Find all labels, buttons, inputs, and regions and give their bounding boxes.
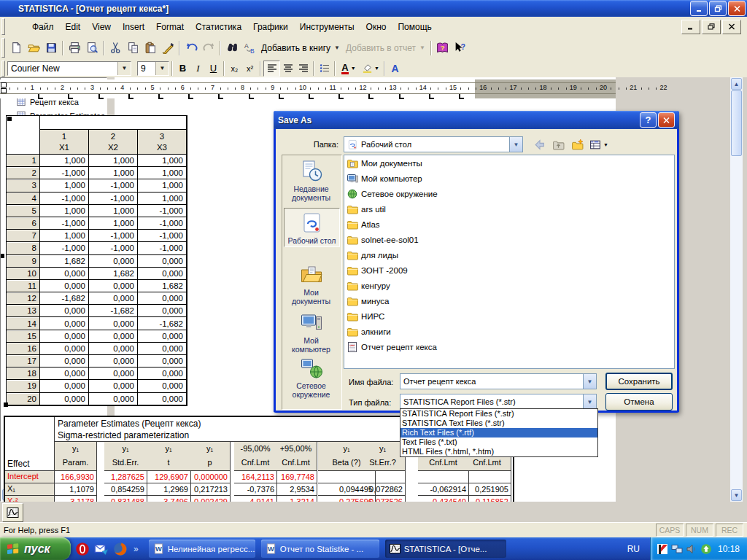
bold-button[interactable]: B xyxy=(175,61,190,76)
results-value-cell[interactable]: -0,7376 xyxy=(234,483,277,496)
taskbar-task[interactable]: WНелинейная регресс... xyxy=(149,540,255,558)
row-number-cell[interactable]: 2 xyxy=(7,167,40,179)
row-number-cell[interactable]: 15 xyxy=(7,330,40,343)
save-button[interactable]: Сохранить xyxy=(605,373,673,390)
filetype-option[interactable]: STATISTICA Text Files (*.str) xyxy=(400,419,597,428)
row-number-cell[interactable]: 20 xyxy=(7,393,40,405)
data-cell[interactable]: 0,000 xyxy=(40,393,89,405)
new-button[interactable] xyxy=(7,39,25,57)
data-cell[interactable]: 0,000 xyxy=(89,343,138,355)
data-cell[interactable]: 0,000 xyxy=(138,268,187,280)
data-cell[interactable]: -1,000 xyxy=(89,179,138,192)
taskbar-task[interactable]: STATISTICA - [Отче... xyxy=(385,540,506,558)
data-cell[interactable]: 0,000 xyxy=(89,330,138,343)
effect-label-cell[interactable]: X₁² xyxy=(5,496,55,502)
scrollbar-thumb[interactable] xyxy=(731,90,742,156)
file-list[interactable]: Мои документыМой компьютерСетевое окруже… xyxy=(344,155,675,369)
new-folder-button[interactable] xyxy=(569,136,585,152)
tab-stop-marker[interactable] xyxy=(368,94,374,99)
file-list-item[interactable]: ЗОНТ -2009 xyxy=(344,262,674,278)
scroll-down-icon[interactable]: ▼ xyxy=(731,489,742,501)
chevron-down-icon[interactable]: ▼ xyxy=(117,62,131,75)
results-value-cell[interactable]: 4,9141 xyxy=(234,496,277,502)
restore-button[interactable] xyxy=(709,1,727,16)
document-vertical-scrollbar[interactable]: ▲ ▼ xyxy=(730,77,743,502)
print-preview-button[interactable] xyxy=(83,39,101,57)
data-cell[interactable]: 0,000 xyxy=(138,393,187,405)
data-cell[interactable]: 0,000 xyxy=(89,255,138,268)
menu-item-format[interactable]: Format xyxy=(150,20,190,34)
font-size-combo[interactable]: 9 ▼ xyxy=(137,61,169,76)
data-cell[interactable]: 0,000 xyxy=(89,292,138,305)
save-button[interactable] xyxy=(42,39,60,57)
column-header[interactable]: 1X1 xyxy=(40,130,89,155)
filetype-option[interactable]: Rich Text Files (*.rtf) xyxy=(400,428,597,438)
character-style-button[interactable]: A xyxy=(387,61,403,76)
data-cell[interactable]: 0,000 xyxy=(40,380,89,392)
data-cell[interactable]: 0,000 xyxy=(89,380,138,392)
results-value-cell[interactable]: 3,1178 xyxy=(55,496,97,502)
tab-stop-marker[interactable] xyxy=(188,94,193,99)
file-list-item[interactable]: Мои документы xyxy=(344,155,674,171)
opera-icon[interactable] xyxy=(75,542,90,556)
filename-combo[interactable]: Отчет рецепт кекса ▼ xyxy=(400,373,597,389)
filetype-combo[interactable]: STATISTICA Report Files (*.str) ▼ xyxy=(400,394,597,410)
row-number-cell[interactable]: 6 xyxy=(7,217,40,230)
start-button[interactable]: пуск xyxy=(0,537,71,560)
data-cell[interactable]: 0,000 xyxy=(89,280,138,292)
filetype-option[interactable]: HTML Files (*.html, *.htm) xyxy=(400,447,597,456)
file-list-item[interactable]: минуса xyxy=(344,293,674,308)
cut-button[interactable] xyxy=(107,39,124,57)
results-value-cell[interactable] xyxy=(463,471,511,483)
menu-item-статистика[interactable]: Статистика xyxy=(190,20,247,34)
data-cell[interactable]: 0,000 xyxy=(138,255,187,268)
kaspersky-icon[interactable] xyxy=(657,543,668,555)
data-cell[interactable]: 0,000 xyxy=(138,343,187,355)
align-right-button[interactable] xyxy=(295,61,311,76)
data-cell[interactable]: 1,000 xyxy=(40,179,89,192)
data-cell[interactable]: 1,000 xyxy=(89,217,138,230)
menu-item-insert[interactable]: Insert xyxy=(117,20,150,34)
results-value-cell[interactable]: 1,1079 xyxy=(55,483,97,496)
data-cell[interactable]: 1,000 xyxy=(138,167,187,179)
undo-button[interactable] xyxy=(182,39,200,57)
file-list-item[interactable]: solnet-ee-sol01 xyxy=(344,232,674,247)
chevron-down-icon[interactable]: ▼ xyxy=(155,62,169,75)
quick-launch-chevron[interactable]: » xyxy=(133,544,139,554)
results-value-cell[interactable]: 0,002429 xyxy=(190,496,231,502)
menu-item-инструменты[interactable]: Инструменты xyxy=(294,20,360,34)
file-list-item[interactable]: Сетевое окружение xyxy=(344,186,674,201)
results-value-cell[interactable]: 0,434540 xyxy=(418,496,469,502)
menu-item-view[interactable]: View xyxy=(86,20,117,34)
taskbar-task[interactable]: WОтчет по Statistke - ... xyxy=(261,540,379,558)
results-value-cell[interactable]: 164,2113 xyxy=(234,471,277,483)
file-list-item[interactable]: Atlas xyxy=(344,217,674,232)
data-cell[interactable]: 1,000 xyxy=(40,230,89,242)
minimized-report-window-button[interactable] xyxy=(2,503,23,522)
data-cell[interactable]: 0,000 xyxy=(138,355,187,368)
align-center-button[interactable] xyxy=(280,61,295,76)
dialog-help-button[interactable]: ? xyxy=(640,112,657,128)
data-cell[interactable]: 0,000 xyxy=(89,355,138,368)
up-one-level-button[interactable] xyxy=(550,136,566,152)
view-menu-button[interactable]: ▼ xyxy=(588,136,610,152)
place-desktop[interactable]: Рабочий стол xyxy=(284,208,340,247)
file-list-item[interactable]: НИРС xyxy=(344,308,674,324)
data-cell[interactable]: 1,000 xyxy=(89,205,138,217)
place-my-computer[interactable]: Мой компьютер xyxy=(284,311,338,354)
data-cell[interactable]: 0,000 xyxy=(138,292,187,305)
row-number-cell[interactable]: 3 xyxy=(7,179,40,192)
font-family-combo[interactable]: Courier New ▼ xyxy=(7,61,131,76)
row-number-cell[interactable]: 16 xyxy=(7,343,40,355)
data-cell[interactable]: 1,000 xyxy=(40,205,89,217)
results-value-cell[interactable] xyxy=(418,471,469,483)
data-cell[interactable]: 0,000 xyxy=(40,355,89,368)
row-number-cell[interactable]: 7 xyxy=(7,230,40,242)
data-cell[interactable]: 0,000 xyxy=(89,393,138,405)
font-color-button[interactable]: A▼ xyxy=(338,61,360,76)
tab-stop-marker[interactable] xyxy=(98,94,104,99)
tab-stop-marker[interactable] xyxy=(249,94,254,99)
row-number-cell[interactable]: 17 xyxy=(7,355,40,368)
results-column-header[interactable]: -95,00%Cnf.Lmt xyxy=(234,442,277,471)
subscript-button[interactable]: x₂ xyxy=(227,61,242,76)
